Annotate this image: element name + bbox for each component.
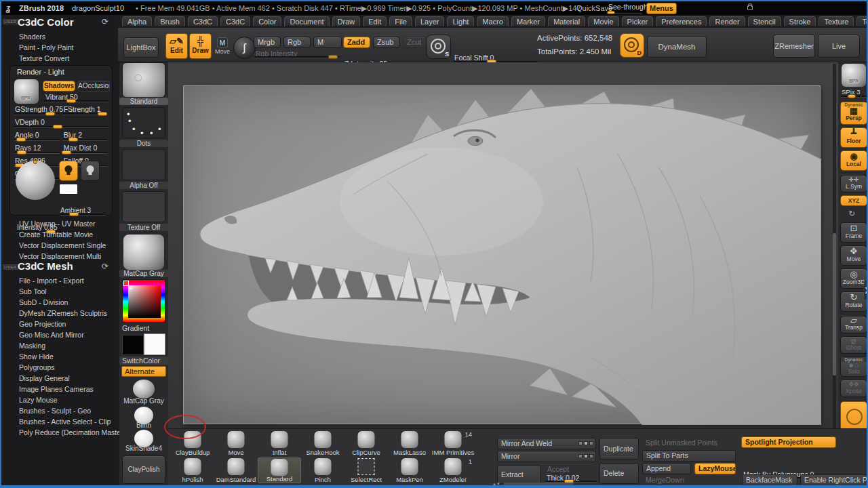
gradient-label[interactable]: Gradient [119, 324, 168, 332]
claypolish-button[interactable]: ClayPolish [122, 455, 165, 484]
shadows-tab[interactable]: Shadows [43, 81, 75, 92]
panel-menu-item[interactable]: Create Turntable Movie [1, 229, 106, 240]
menu-item[interactable]: Preferences [656, 16, 707, 27]
panel-menu-item[interactable]: SubD - Division [1, 297, 125, 308]
split-unmasked-points-button[interactable]: Split Unmasked Points [642, 438, 736, 448]
stroke-icon[interactable]: S [427, 35, 451, 59]
brush-tile[interactable]: ClipCurve [344, 430, 388, 456]
mrgb-button[interactable]: Mrgb [254, 37, 281, 48]
menu-item[interactable]: Render [709, 16, 745, 27]
rgb-intensity-slider[interactable]: Rgb Intensity [254, 49, 340, 60]
brush-tile[interactable]: Standard [258, 458, 301, 483]
brush-tile[interactable]: Inflat [258, 430, 301, 456]
scrollbar-thumb[interactable] [833, 233, 836, 375]
panel-menu-item[interactable]: Texture Convert [1, 53, 74, 64]
zsub-button[interactable]: Zsub [373, 37, 400, 48]
main-color-swatch[interactable] [122, 335, 144, 355]
current-alpha-thumbnail[interactable] [122, 149, 165, 180]
menu-item[interactable]: Light [447, 16, 474, 27]
persp-button[interactable]: Dynamic▦Persp [840, 102, 867, 125]
menu-item[interactable]: Macro [477, 16, 509, 27]
menu-item[interactable]: Brush [155, 16, 185, 27]
panel-menu-item[interactable]: Vector Displacement Single [1, 240, 106, 251]
orbit-icon[interactable]: ↻ [848, 209, 855, 218]
panel-menu-item[interactable]: Geo Projection [1, 319, 125, 329]
solo-button[interactable]: Dynamic●○Solo [840, 357, 867, 377]
material-sphere-icon[interactable]: ʃ [233, 37, 256, 59]
alternate-button[interactable]: Alternate [121, 366, 166, 377]
render-light-title[interactable]: Render - Light [17, 68, 64, 76]
menu-item[interactable]: Movie [588, 16, 618, 27]
brush-tile[interactable]: SnakeHook [301, 430, 344, 456]
blinn-label[interactable]: Blinn [119, 422, 168, 429]
menu-item[interactable]: Color [253, 16, 281, 27]
menu-item[interactable]: Stroke [784, 16, 816, 27]
panel-menu-item[interactable]: Lazy Mouse [1, 394, 125, 405]
duplicate-button[interactable]: Duplicate [599, 438, 639, 460]
panel-menu-item[interactable]: Brushes - Active Select - Clip [1, 416, 125, 427]
light-position-dot[interactable] [33, 160, 37, 164]
edit-button[interactable]: ▱✎Edit [165, 33, 188, 59]
refresh-icon[interactable]: ⟳ [102, 262, 108, 271]
menu-item[interactable]: C3dC Color [188, 16, 218, 27]
panel-menu-item[interactable]: Shaders [1, 31, 74, 42]
menus-toggle-button[interactable]: Menus [646, 3, 677, 14]
render-light-slider[interactable]: Rays 12 [14, 144, 60, 155]
panel-menu-item[interactable]: Image Planes Cameras [1, 384, 125, 394]
draw-button[interactable]: ╬Draw [189, 33, 212, 59]
panel-menu-item[interactable]: UV Unwrap - UV Master [1, 218, 106, 229]
backfacemask-button[interactable]: BackfaceMask [742, 474, 797, 486]
current-material-thumbnail[interactable] [123, 235, 164, 270]
panel-menu-item[interactable]: Brushes - Sculpt - Geo [1, 405, 125, 416]
dragon-sculpt-model[interactable] [184, 86, 821, 425]
floor-button[interactable]: ┻Floor [840, 127, 867, 148]
move-canvas-button[interactable]: ✥Move [840, 245, 867, 266]
extract-button[interactable]: Extract [497, 465, 540, 484]
menu-item[interactable]: Tool [856, 16, 868, 27]
canvas-vertical-scrollbar[interactable] [833, 64, 836, 483]
brush-tile[interactable]: MaskLasso [388, 430, 431, 456]
skinshade4-label[interactable]: SkinShade4 [119, 445, 168, 452]
brush-tile[interactable]: Move [214, 430, 258, 456]
panel-menu-item[interactable]: Paint - Poly Paint [1, 42, 74, 53]
append-button[interactable]: Append [642, 463, 691, 474]
panel-menu-item[interactable]: File - Import - Export [1, 275, 125, 286]
light-2-bulb-button[interactable] [81, 161, 100, 181]
refresh-icon[interactable]: ⟳ [102, 17, 108, 26]
menu-item[interactable]: Alpha [122, 16, 152, 27]
see-through-slider[interactable]: See-through 0 [607, 1, 642, 15]
panel-menu-item[interactable]: Show Hide [1, 351, 125, 362]
mirror-and-weld-button[interactable]: Mirror And Weld [497, 438, 596, 449]
delete-button[interactable]: Delete [599, 463, 639, 484]
dynamesh-icon[interactable]: D [620, 33, 644, 58]
local-button[interactable]: ◉Local [840, 150, 867, 171]
polyframe-button[interactable] [840, 401, 867, 431]
menu-item[interactable]: Document [284, 16, 329, 27]
brush-tile[interactable]: 1 ZModeler [431, 458, 475, 483]
xyz-button[interactable]: XYZ [840, 195, 867, 206]
xyz-toggles[interactable] [578, 454, 593, 458]
current-texture-thumbnail[interactable] [122, 191, 165, 222]
move-gizmo-button[interactable]: MMove [214, 37, 231, 58]
secondary-color-swatch[interactable] [144, 333, 165, 355]
brush-tile[interactable]: hPolish [171, 458, 214, 483]
render-light-slider[interactable]: FStrength 1 [62, 105, 108, 117]
lazymouse-button[interactable]: LazyMouse [694, 463, 736, 474]
zremesher-button[interactable]: ZRemesher [773, 35, 815, 58]
panel-menu-item[interactable]: Display General [1, 373, 125, 384]
panel-menu-item[interactable]: DyMesh ZRemesh Sculptris [1, 308, 125, 319]
bpr-thumbnail[interactable]: BPR [14, 79, 39, 104]
enable-rightclick-button[interactable]: Enable RightClick Po [800, 474, 868, 486]
menu-item[interactable]: Draw [332, 16, 361, 27]
c3dc-mesh-header[interactable]: C3dC Mesh [18, 260, 73, 272]
frame-button[interactable]: ⊡Frame [840, 222, 867, 243]
accept-button[interactable]: Accept [544, 464, 597, 474]
panel-menu-item[interactable]: Polygroups [1, 362, 125, 373]
lsym-button[interactable]: ✛✛L.Sym [840, 175, 867, 192]
menu-item[interactable]: C3dC Mesh [220, 16, 250, 27]
panel-menu-item[interactable]: Masking [1, 340, 125, 351]
rotate-button[interactable]: ↻Rotate [840, 291, 867, 312]
vibrant-slider[interactable]: Vibrant 50 [44, 93, 109, 104]
m-button[interactable]: M [313, 37, 342, 48]
panel-menu-item[interactable]: Sub Tool [1, 286, 125, 297]
